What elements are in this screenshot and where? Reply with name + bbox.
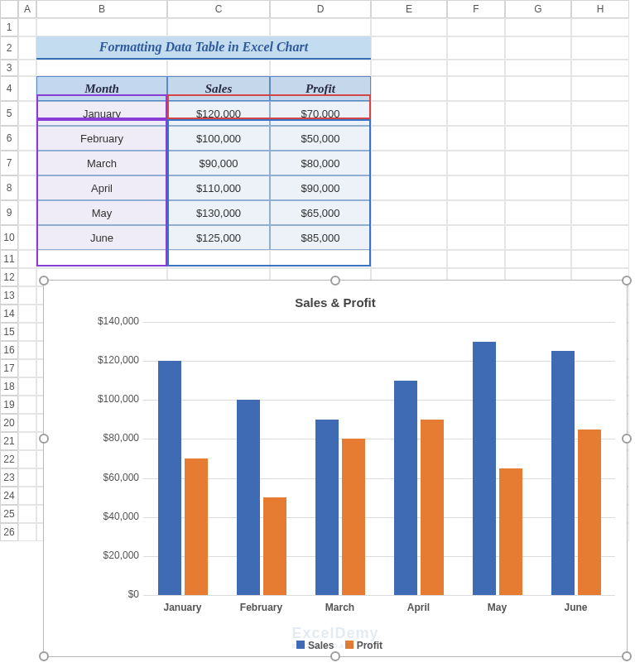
cell-G2[interactable] <box>505 36 571 60</box>
chart-handle-se[interactable] <box>622 651 632 661</box>
cell-A7[interactable] <box>18 151 36 175</box>
cell-F10[interactable] <box>447 225 505 250</box>
cell-A19[interactable] <box>18 396 36 414</box>
cell-G9[interactable] <box>505 200 571 225</box>
bar-profit[interactable] <box>421 420 444 595</box>
table-cell-profit[interactable]: $65,000 <box>270 200 371 225</box>
cell-A15[interactable] <box>18 323 36 341</box>
cell-A18[interactable] <box>18 377 36 396</box>
cell-F9[interactable] <box>447 200 505 225</box>
row-header-21[interactable]: 21 <box>0 432 18 450</box>
cell-E9[interactable] <box>371 200 447 225</box>
chart-handle-w[interactable] <box>39 434 49 444</box>
col-header-F[interactable]: F <box>447 0 505 18</box>
col-header-E[interactable]: E <box>371 0 447 18</box>
table-cell-month[interactable]: May <box>36 200 167 225</box>
cell-F8[interactable] <box>447 175 505 200</box>
table-cell-month[interactable]: February <box>36 126 167 151</box>
cell-H5[interactable] <box>571 101 629 126</box>
cell-E1[interactable] <box>371 18 447 36</box>
cell-E8[interactable] <box>371 175 447 200</box>
cell-A20[interactable] <box>18 414 36 432</box>
cell-A23[interactable] <box>18 468 36 487</box>
row-header-8[interactable]: 8 <box>0 175 18 200</box>
cell-A2[interactable] <box>18 36 36 60</box>
table-cell-profit[interactable]: $85,000 <box>270 225 371 250</box>
cell-G4[interactable] <box>505 76 571 101</box>
cell-E10[interactable] <box>371 225 447 250</box>
cell-H6[interactable] <box>571 126 629 151</box>
cell-G11[interactable] <box>505 250 571 268</box>
cell-C11[interactable] <box>167 250 270 268</box>
cell-A10[interactable] <box>18 225 36 250</box>
table-cell-month[interactable]: March <box>36 151 167 175</box>
row-header-6[interactable]: 6 <box>0 126 18 151</box>
cell-D1[interactable] <box>270 18 371 36</box>
row-header-24[interactable]: 24 <box>0 487 18 505</box>
cell-E4[interactable] <box>371 76 447 101</box>
chart-handle-ne[interactable] <box>622 276 632 286</box>
row-header-12[interactable]: 12 <box>0 268 18 286</box>
cell-G1[interactable] <box>505 18 571 36</box>
cell-A22[interactable] <box>18 450 36 468</box>
cell-H1[interactable] <box>571 18 629 36</box>
cell-G6[interactable] <box>505 126 571 151</box>
row-header-10[interactable]: 10 <box>0 225 18 250</box>
bar-sales[interactable] <box>315 420 339 595</box>
cell-H2[interactable] <box>571 36 629 60</box>
cell-A11[interactable] <box>18 250 36 268</box>
row-header-9[interactable]: 9 <box>0 200 18 225</box>
row-header-19[interactable]: 19 <box>0 396 18 414</box>
cell-A8[interactable] <box>18 175 36 200</box>
table-cell-month[interactable]: January <box>36 101 167 126</box>
row-header-2[interactable]: 2 <box>0 36 18 60</box>
cell-F2[interactable] <box>447 36 505 60</box>
cell-F1[interactable] <box>447 18 505 36</box>
table-cell-profit[interactable]: $80,000 <box>270 151 371 175</box>
row-header-3[interactable]: 3 <box>0 60 18 76</box>
col-header-B[interactable]: B <box>36 0 167 18</box>
cell-E3[interactable] <box>371 60 447 76</box>
row-header-22[interactable]: 22 <box>0 450 18 468</box>
chart-handle-sw[interactable] <box>39 651 49 661</box>
cell-G5[interactable] <box>505 101 571 126</box>
bar-profit[interactable] <box>185 458 208 595</box>
row-header-5[interactable]: 5 <box>0 101 18 126</box>
table-cell-month[interactable]: June <box>36 225 167 250</box>
cell-F4[interactable] <box>447 76 505 101</box>
cell-F3[interactable] <box>447 60 505 76</box>
cell-A5[interactable] <box>18 101 36 126</box>
row-header-26[interactable]: 26 <box>0 523 18 541</box>
cell-A16[interactable] <box>18 341 36 359</box>
row-header-20[interactable]: 20 <box>0 414 18 432</box>
cell-A9[interactable] <box>18 200 36 225</box>
cell-G8[interactable] <box>505 175 571 200</box>
row-header-23[interactable]: 23 <box>0 468 18 487</box>
table-cell-sales[interactable]: $100,000 <box>167 126 270 151</box>
row-header-13[interactable]: 13 <box>0 286 18 305</box>
select-all-corner[interactable] <box>0 0 18 18</box>
chart-handle-s[interactable] <box>330 651 340 661</box>
cell-A24[interactable] <box>18 487 36 505</box>
cell-C1[interactable] <box>167 18 270 36</box>
cell-A21[interactable] <box>18 432 36 450</box>
row-header-16[interactable]: 16 <box>0 341 18 359</box>
table-cell-sales[interactable]: $90,000 <box>167 151 270 175</box>
col-header-D[interactable]: D <box>270 0 371 18</box>
col-header-G[interactable]: G <box>505 0 571 18</box>
cell-E7[interactable] <box>371 151 447 175</box>
table-cell-sales[interactable]: $130,000 <box>167 200 270 225</box>
row-header-15[interactable]: 15 <box>0 323 18 341</box>
cell-F5[interactable] <box>447 101 505 126</box>
cell-A4[interactable] <box>18 76 36 101</box>
table-cell-profit[interactable]: $50,000 <box>270 126 371 151</box>
cell-H11[interactable] <box>571 250 629 268</box>
row-header-1[interactable]: 1 <box>0 18 18 36</box>
bar-profit[interactable] <box>342 439 365 595</box>
cell-G3[interactable] <box>505 60 571 76</box>
cell-A25[interactable] <box>18 505 36 523</box>
table-header-profit[interactable]: Profit <box>270 76 371 101</box>
cell-G7[interactable] <box>505 151 571 175</box>
chart-handle-n[interactable] <box>330 276 340 286</box>
cell-D11[interactable] <box>270 250 371 268</box>
